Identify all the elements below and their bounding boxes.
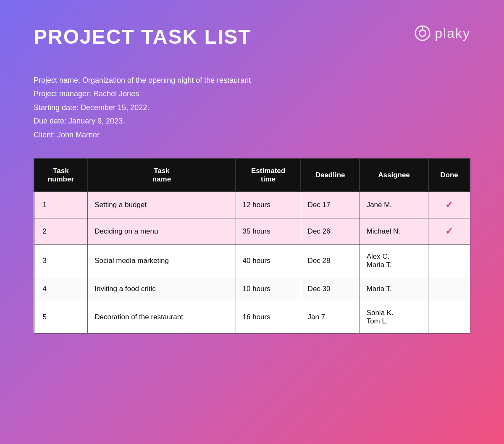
svg-point-1	[420, 30, 426, 36]
project-due-line: Due date: January 9, 2023.	[34, 114, 470, 128]
task-done-cell: ✓	[428, 218, 470, 244]
task-time-cell: 12 hours	[236, 192, 301, 218]
project-name-label: Project name:	[34, 76, 82, 84]
project-due-value: January 9, 2023.	[68, 117, 125, 125]
table-header-row: Tasknumber Taskname Estimatedtime Deadli…	[34, 159, 470, 192]
task-table-container: Tasknumber Taskname Estimatedtime Deadli…	[34, 158, 470, 334]
task-deadline-cell: Dec 28	[301, 244, 360, 277]
task-time-cell: 40 hours	[236, 244, 301, 277]
col-assignee: Assignee	[360, 159, 428, 192]
task-name-cell: Deciding on a menu	[88, 218, 236, 244]
task-assignee-cell: Alex C.Maria T.	[360, 244, 428, 277]
page: PROJECT TASK LIST plaky Project name: Or…	[0, 0, 504, 444]
project-start-line: Starting date: December 15, 2022.	[34, 101, 470, 114]
task-name-cell: Setting a budget	[88, 192, 236, 218]
project-start-value: December 15, 2022.	[81, 103, 149, 112]
project-manager-label: Project manager:	[34, 89, 93, 98]
task-assignee-cell: Maria T.	[360, 277, 428, 301]
task-done-cell	[428, 301, 470, 333]
task-number-cell: 1	[34, 192, 88, 218]
task-assignee-cell: Jane M.	[360, 192, 428, 218]
col-task-name: Taskname	[88, 159, 236, 192]
task-number-cell: 4	[34, 277, 88, 301]
project-name-value: Organization of the opening night of the…	[82, 76, 251, 84]
task-name-cell: Social media marketing	[88, 244, 236, 277]
task-name-cell: Inviting a food critic	[88, 277, 236, 301]
table-row: 5Decoration of the restaurant16 hoursJan…	[34, 301, 470, 333]
table-row: 4Inviting a food critic10 hoursDec 30Mar…	[34, 277, 470, 301]
task-number-cell: 2	[34, 218, 88, 244]
col-done: Done	[428, 159, 470, 192]
task-deadline-cell: Dec 26	[301, 218, 360, 244]
project-manager-line: Project manager: Rachel Jones	[34, 87, 470, 100]
task-number-cell: 3	[34, 244, 88, 277]
task-deadline-cell: Dec 17	[301, 192, 360, 218]
task-done-cell	[428, 277, 470, 301]
table-row: 1Setting a budget12 hoursDec 17Jane M.✓	[34, 192, 470, 218]
task-assignee-cell: Michael N.	[360, 218, 428, 244]
header: PROJECT TASK LIST plaky	[34, 25, 470, 48]
table-row: 2Deciding on a menu35 hoursDec 26Michael…	[34, 218, 470, 244]
project-info: Project name: Organization of the openin…	[34, 74, 470, 142]
project-client-label: Client:	[34, 131, 57, 139]
plaky-logo-icon	[415, 25, 430, 41]
col-estimated-time: Estimatedtime	[236, 159, 301, 192]
task-name-cell: Decoration of the restaurant	[88, 301, 236, 333]
task-done-cell	[428, 244, 470, 277]
task-done-cell: ✓	[428, 192, 470, 218]
col-deadline: Deadline	[301, 159, 360, 192]
project-name-line: Project name: Organization of the openin…	[34, 74, 470, 87]
task-time-cell: 10 hours	[236, 277, 301, 301]
task-assignee-cell: Sonia K.Tom L.	[360, 301, 428, 333]
logo-text: plaky	[435, 26, 470, 41]
col-task-number: Tasknumber	[34, 159, 88, 192]
task-deadline-cell: Jan 7	[301, 301, 360, 333]
page-title: PROJECT TASK LIST	[34, 25, 251, 48]
task-number-cell: 5	[34, 301, 88, 333]
project-start-label: Starting date:	[34, 103, 81, 112]
task-table: Tasknumber Taskname Estimatedtime Deadli…	[34, 158, 470, 334]
project-client-line: Client: John Marner	[34, 128, 470, 142]
table-row: 3Social media marketing40 hoursDec 28Ale…	[34, 244, 470, 277]
task-deadline-cell: Dec 30	[301, 277, 360, 301]
project-manager-value: Rachel Jones	[93, 89, 139, 98]
project-client-value: John Marner	[57, 131, 100, 139]
project-due-label: Due date:	[34, 117, 68, 125]
task-time-cell: 35 hours	[236, 218, 301, 244]
task-time-cell: 16 hours	[236, 301, 301, 333]
logo: plaky	[415, 25, 470, 41]
